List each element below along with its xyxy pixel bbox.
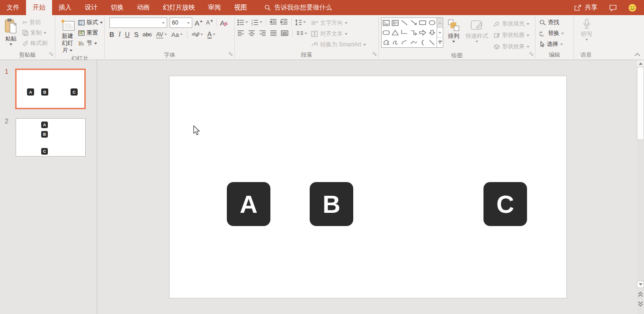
shape-elbow-arrow-icon[interactable] <box>409 28 418 38</box>
shape-rounded-rectangle-icon[interactable] <box>382 28 391 38</box>
clear-formatting-button[interactable]: A <box>219 18 228 27</box>
columns-button[interactable] <box>296 31 307 36</box>
replace-button[interactable]: ab ac 替换 <box>539 28 572 38</box>
arrange-button[interactable]: 排列 <box>446 17 461 52</box>
previous-slide-button[interactable] <box>637 291 644 298</box>
shape-textbox-icon[interactable]: A <box>382 18 391 28</box>
canvas-shape-a[interactable]: A <box>227 182 270 226</box>
quick-styles-dropdown[interactable] <box>475 41 478 43</box>
align-center-button[interactable] <box>248 30 255 37</box>
select-button[interactable]: 选择 <box>539 39 572 49</box>
shape-line2-icon[interactable] <box>428 37 437 47</box>
tab-insert[interactable]: 插入 <box>52 0 78 15</box>
layout-dropdown[interactable] <box>100 22 103 24</box>
layout-button[interactable]: 版式 <box>78 17 103 27</box>
strikethrough-button[interactable]: abc <box>143 31 152 38</box>
shape-elbow-connector-icon[interactable] <box>400 28 409 38</box>
dictate-button[interactable]: 听写 <box>580 17 594 50</box>
feedback-smiley-button[interactable] <box>628 4 636 12</box>
shape-gallery-down-button[interactable] <box>437 27 443 37</box>
new-slide-dropdown[interactable] <box>70 50 72 52</box>
increase-indent-button[interactable] <box>280 19 288 26</box>
change-case-button[interactable]: Aa <box>171 31 183 38</box>
new-slide-button[interactable]: 新建 幻灯片 <box>58 17 77 55</box>
format-painter-button[interactable]: 格式刷 <box>22 38 47 48</box>
decrease-font-size-button[interactable]: A▼ <box>206 18 214 27</box>
shape-effects-button[interactable]: 形状效果 <box>493 42 529 52</box>
tab-view[interactable]: 视图 <box>228 0 254 15</box>
slide-1-thumbnail[interactable]: A B C <box>15 69 86 109</box>
tell-me-search[interactable]: 告诉我你想要做什么 <box>264 0 332 15</box>
collapse-ribbon-button[interactable] <box>635 51 640 58</box>
shape-gallery-up-button[interactable] <box>437 18 443 27</box>
shape-outline-dropdown[interactable] <box>527 35 529 36</box>
scroll-down-button[interactable] <box>637 281 644 288</box>
text-direction-dropdown[interactable] <box>345 22 348 24</box>
paragraph-dialog-launcher[interactable] <box>373 51 377 58</box>
paste-button[interactable]: 粘贴 <box>2 17 19 50</box>
decrease-indent-button[interactable] <box>269 19 277 26</box>
shape-fill-dropdown[interactable] <box>527 23 529 25</box>
dictate-dropdown[interactable] <box>585 39 588 41</box>
shape-vertical-textbox-icon[interactable]: A <box>391 18 400 28</box>
text-direction-button[interactable]: A 文字方向 <box>311 18 366 28</box>
shape-oval-icon[interactable] <box>428 18 437 28</box>
share-button[interactable]: 共享 <box>574 3 598 12</box>
shape-line-icon[interactable] <box>400 18 409 28</box>
tab-transitions[interactable]: 切换 <box>104 0 130 15</box>
distribute-text-button[interactable] <box>281 30 288 37</box>
cut-button[interactable]: ✂ 剪切 <box>22 17 47 27</box>
numbering-button[interactable]: 123 <box>251 19 262 26</box>
comments-button[interactable] <box>609 4 617 11</box>
font-color-button[interactable]: A <box>207 31 215 39</box>
shape-curve-icon[interactable] <box>409 37 418 47</box>
convert-to-smartart-button[interactable]: 转换为 SmartArt <box>311 40 366 50</box>
arrange-dropdown[interactable] <box>452 41 455 43</box>
scroll-up-button[interactable] <box>637 60 644 67</box>
clipboard-dialog-launcher[interactable] <box>49 51 54 58</box>
slide-canvas[interactable]: A B C <box>169 76 567 298</box>
paste-dropdown[interactable] <box>9 44 12 45</box>
line-spacing-button[interactable] <box>295 19 306 26</box>
text-highlight-button[interactable]: ab <box>192 31 203 38</box>
bold-button[interactable]: B <box>109 31 114 38</box>
quick-styles-button[interactable]: 快速样式 <box>464 17 490 52</box>
tab-file[interactable]: 文件 <box>0 0 26 15</box>
font-name-combobox[interactable] <box>109 17 167 28</box>
shape-gallery-more-button[interactable] <box>437 37 443 47</box>
tab-home[interactable]: 开始 <box>26 0 52 15</box>
shape-down-arrow-icon[interactable] <box>428 28 437 38</box>
underline-button[interactable]: U <box>125 31 130 38</box>
shape-outline-button[interactable]: 形状轮廓 <box>493 30 529 40</box>
shape-brace-icon[interactable] <box>418 37 427 47</box>
font-dialog-launcher[interactable] <box>229 51 233 58</box>
canvas-shape-c[interactable]: C <box>483 182 527 226</box>
panel-divider[interactable] <box>97 60 97 314</box>
next-slide-button[interactable] <box>637 300 644 307</box>
copy-button[interactable]: 复制 <box>22 28 47 38</box>
shape-arrow-icon[interactable] <box>409 18 418 28</box>
increase-font-size-button[interactable]: A▲ <box>195 18 203 27</box>
align-text-dropdown[interactable] <box>345 33 348 35</box>
shape-effects-dropdown[interactable] <box>527 46 529 48</box>
shape-rectangle-icon[interactable] <box>418 18 427 28</box>
tab-design[interactable]: 设计 <box>78 0 104 15</box>
section-dropdown[interactable] <box>94 43 97 44</box>
text-shadow-button[interactable]: S <box>134 31 138 38</box>
copy-dropdown[interactable] <box>44 32 46 34</box>
slide-2-thumbnail[interactable]: A B C <box>16 118 86 157</box>
select-dropdown[interactable] <box>560 44 563 45</box>
tab-review[interactable]: 审阅 <box>202 0 228 15</box>
align-right-button[interactable] <box>259 30 266 37</box>
shape-arc-icon[interactable] <box>400 37 409 47</box>
character-spacing-button[interactable]: AV <box>156 31 167 38</box>
italic-button[interactable]: I <box>118 31 121 38</box>
tab-animations[interactable]: 动画 <box>130 0 156 15</box>
shape-right-arrow-icon[interactable] <box>418 28 427 38</box>
section-button[interactable]: 节 <box>78 38 103 48</box>
align-left-button[interactable] <box>237 30 244 37</box>
drawing-dialog-launcher[interactable] <box>529 51 534 58</box>
reset-button[interactable]: 重置 <box>78 28 103 38</box>
canvas-shape-b[interactable]: B <box>310 182 353 226</box>
find-button[interactable]: 查找 <box>539 17 572 27</box>
